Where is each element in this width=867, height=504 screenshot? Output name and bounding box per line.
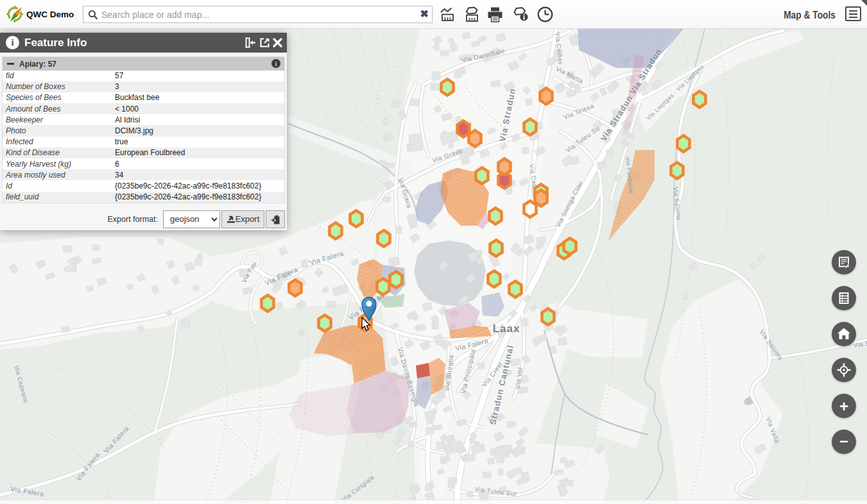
- svg-text:Laax: Laax: [493, 323, 520, 335]
